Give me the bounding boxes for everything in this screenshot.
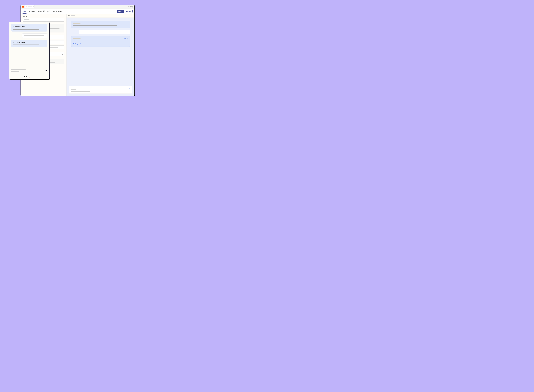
name-label: Name	[23, 16, 64, 17]
widget-conversation: Support Chatbot Support Chatbot	[9, 22, 49, 68]
help-label: Help	[130, 6, 133, 7]
message-line	[13, 45, 39, 45]
tab-directive-label: Directive	[29, 10, 35, 12]
widget-user-message	[22, 33, 47, 38]
chatbot-tab-icon	[26, 6, 27, 8]
preview-pane: Copy Zap	[66, 14, 135, 96]
preview-chat-input[interactable]	[69, 86, 132, 94]
widget-bot-message-2: Support Chatbot	[11, 40, 47, 47]
undo-icon[interactable]	[68, 15, 70, 17]
bot-name-placeholder	[73, 38, 80, 39]
titlebar-left: ×	[22, 5, 35, 8]
copy-label: Copy	[75, 43, 78, 45]
zap-label: Zap	[82, 43, 84, 45]
send-icon[interactable]	[45, 69, 47, 71]
message-line	[73, 41, 117, 41]
widget-bot-name: Support Chatbot	[13, 26, 45, 28]
preview-bot-message-2: Copy Zap	[71, 36, 130, 47]
input-placeholder	[71, 89, 76, 90]
nav-actions: Share Embed	[117, 9, 132, 13]
message-actions: Copy Zap	[73, 43, 128, 45]
tab-setup-label: Setup	[23, 10, 27, 12]
share-button[interactable]: Share	[117, 9, 124, 13]
preview-conversation: Copy Zap	[66, 18, 135, 86]
input-placeholder	[11, 73, 36, 74]
tab-actions-label: Actions	[37, 10, 42, 12]
thumbs-up-icon[interactable]	[124, 38, 126, 39]
copy-icon	[73, 43, 74, 45]
nav-tabs: Setup Directive Actions 3 Style Conversa…	[23, 9, 62, 14]
help-icon	[128, 6, 130, 7]
zapier-logo: _zapier	[29, 76, 34, 78]
message-line	[81, 32, 124, 32]
tab-style[interactable]: Style	[47, 9, 50, 14]
thumbs-down-icon[interactable]	[127, 38, 128, 39]
input-placeholder	[71, 91, 90, 92]
tab-directive[interactable]: Directive	[29, 9, 35, 14]
preview-header-placeholder	[71, 15, 75, 16]
app-logo-icon	[22, 6, 24, 8]
widget-bot-name: Support Chatbot	[13, 42, 45, 43]
chevron-updown-icon: ▴▾	[62, 53, 63, 55]
help-link[interactable]: Help	[128, 6, 133, 7]
actions-count-badge: 3	[43, 10, 45, 12]
zap-button[interactable]: Zap	[80, 43, 84, 45]
send-icon[interactable]	[128, 88, 130, 90]
message-line	[24, 35, 44, 36]
tab-style-label: Style	[47, 10, 50, 12]
preview-bot-message	[71, 21, 130, 28]
preview-user-message	[79, 30, 130, 34]
widget-input[interactable]	[9, 68, 49, 75]
bolt-icon	[80, 43, 81, 45]
tab-setup[interactable]: Setup	[23, 9, 27, 14]
input-placeholder	[11, 71, 19, 72]
message-line	[13, 29, 39, 30]
tab-conversations[interactable]: Conversations	[53, 9, 62, 14]
input-placeholder	[24, 19, 29, 20]
svg-rect-0	[26, 6, 27, 7]
tab-conversations-label: Conversations	[53, 10, 62, 12]
preview-header	[66, 14, 135, 18]
tab-actions[interactable]: Actions 3	[37, 9, 45, 14]
feedback-buttons	[124, 38, 128, 39]
built-on-label: Built on	[24, 76, 29, 78]
input-placeholder	[11, 69, 26, 70]
close-icon[interactable]: ×	[33, 6, 34, 8]
input-placeholder	[71, 88, 81, 89]
name-input[interactable]	[23, 18, 64, 22]
message-line	[73, 25, 117, 26]
embed-button[interactable]: Embed	[125, 9, 132, 13]
widget-bot-message: Support Chatbot	[11, 24, 47, 32]
nav-row: Setup Directive Actions 3 Style Conversa…	[21, 9, 135, 14]
share-label: Share	[118, 10, 122, 12]
editor-tab[interactable]: ×	[25, 5, 35, 8]
copy-button[interactable]: Copy	[73, 43, 78, 45]
svg-rect-3	[74, 44, 74, 44]
titlebar: × Help	[21, 5, 135, 9]
embed-label: Embed	[126, 10, 131, 12]
widget-footer: Built on _zapier	[9, 75, 49, 79]
embedded-chatbot-widget: Support Chatbot Support Chatbot Built on…	[9, 22, 50, 79]
tab-label-placeholder	[28, 6, 32, 7]
bot-name-placeholder	[73, 23, 80, 23]
